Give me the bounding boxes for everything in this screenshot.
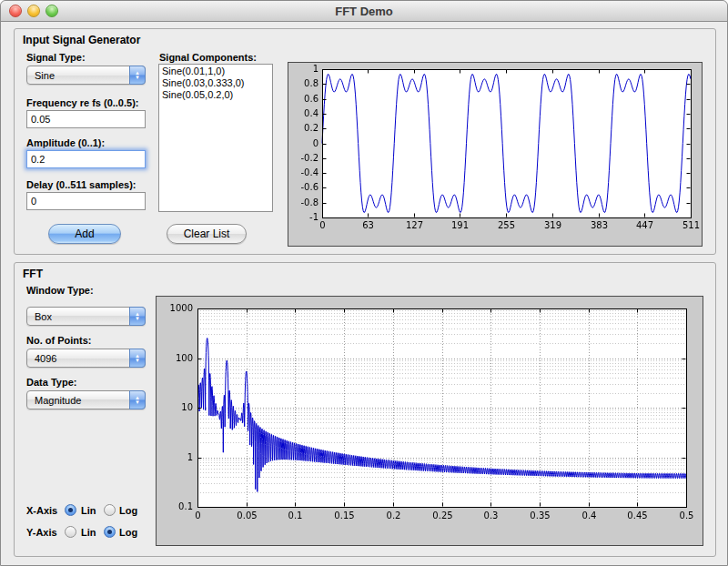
popup-arrows-icon: ▲ ▼: [129, 349, 146, 368]
data-type-select[interactable]: Magnitude ▲ ▼: [26, 390, 146, 409]
delay-label: Delay (0..511 samples):: [26, 179, 136, 190]
x-axis-log-radio[interactable]: [104, 504, 116, 516]
y-axis-lin-label: Lin: [81, 527, 96, 538]
down-arrow-icon: ▼: [135, 76, 140, 80]
points-value: 4096: [35, 353, 56, 364]
amplitude-label: Amplitude (0..1):: [26, 137, 105, 148]
window-type-label: Window Type:: [26, 285, 94, 296]
y-axis-lin-radio[interactable]: [65, 526, 76, 538]
x-axis-lin-label: Lin: [81, 505, 96, 516]
input-signal-generator-title: Input Signal Generator: [23, 34, 140, 46]
down-arrow-icon: ▼: [135, 317, 140, 321]
x-axis-label: X-Axis: [26, 505, 57, 516]
signal-component-item[interactable]: Sine(0.05,0.2,0): [159, 89, 272, 101]
down-arrow-icon: ▼: [135, 400, 140, 405]
signal-type-select[interactable]: Sine ▲ ▼: [26, 66, 146, 85]
fft-magnitude-plot: [156, 296, 703, 546]
time-domain-plot: [288, 62, 703, 247]
amplitude-input[interactable]: [26, 150, 146, 168]
y-axis-log-radio[interactable]: [104, 526, 116, 538]
frequency-input[interactable]: [26, 110, 146, 128]
popup-arrows-icon: ▲ ▼: [129, 66, 146, 85]
points-select[interactable]: 4096 ▲ ▼: [26, 349, 146, 368]
window-type-value: Box: [35, 311, 52, 322]
add-button[interactable]: Add: [48, 224, 121, 244]
signal-component-item[interactable]: Sine(0.03,0.333,0): [159, 77, 272, 89]
signal-components-label: Signal Components:: [159, 52, 257, 63]
popup-arrows-icon: ▲ ▼: [129, 390, 146, 409]
signal-type-label: Signal Type:: [26, 52, 86, 63]
x-axis-lin-radio[interactable]: [65, 504, 76, 516]
data-type-label: Data Type:: [26, 377, 76, 388]
points-label: No. of Points:: [26, 335, 92, 346]
app-window: FFT Demo Input Signal Generator Signal T…: [0, 0, 728, 566]
fft-panel-title: FFT: [23, 268, 43, 280]
popup-arrows-icon: ▲ ▼: [129, 307, 146, 326]
frequency-label: Frequency re fs (0..0.5):: [26, 97, 139, 108]
signal-component-item[interactable]: Sine(0.01,1,0): [159, 66, 272, 77]
signal-components-list[interactable]: Sine(0.01,1,0)Sine(0.03,0.333,0)Sine(0.0…: [158, 64, 273, 212]
delay-input[interactable]: [26, 192, 146, 210]
x-axis-log-label: Log: [119, 505, 137, 516]
signal-type-value: Sine: [35, 70, 55, 81]
window-type-select[interactable]: Box ▲ ▼: [26, 307, 146, 326]
data-type-value: Magnitude: [35, 395, 81, 406]
title-bar[interactable]: FFT Demo: [1, 1, 727, 22]
window-title: FFT Demo: [1, 5, 727, 18]
y-axis-log-label: Log: [119, 527, 137, 538]
down-arrow-icon: ▼: [135, 359, 140, 363]
y-axis-label: Y-Axis: [26, 527, 57, 538]
clear-list-button[interactable]: Clear List: [167, 224, 247, 244]
